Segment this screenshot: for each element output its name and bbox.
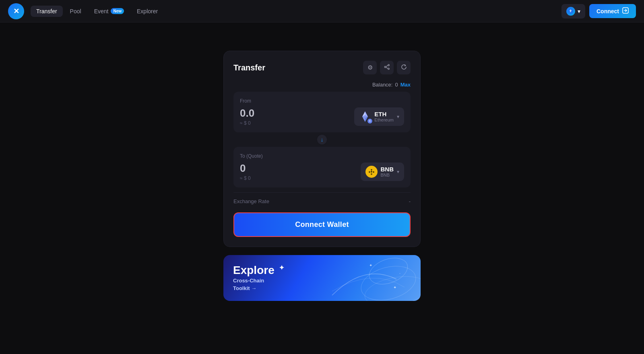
- card-title: Transfer: [233, 63, 265, 72]
- bnb-icon: [365, 166, 378, 178]
- to-row: 0 ≈ $ 0 BNB: [240, 162, 404, 181]
- to-token-selector[interactable]: BNB BNB ▾: [361, 163, 405, 181]
- to-amount-col: 0 ≈ $ 0: [240, 162, 251, 181]
- eth-chain-badge: E: [367, 118, 373, 124]
- nav-item-transfer[interactable]: Transfer: [31, 6, 63, 17]
- to-token-name: BNB: [381, 166, 394, 173]
- to-panel: To (Quote) 0 ≈ $ 0: [233, 147, 411, 187]
- nav-item-event[interactable]: Event New: [89, 6, 130, 17]
- to-chevron: ▾: [397, 169, 399, 175]
- svg-point-4: [388, 68, 389, 70]
- navbar: ✕ Transfer Pool Event New Explorer: [0, 0, 644, 23]
- exchange-rate-row: Exchange Rate -: [233, 192, 411, 208]
- card-actions: ⚙: [363, 61, 411, 74]
- refresh-icon: [401, 64, 407, 71]
- connect-wallet-button[interactable]: Connect Wallet: [233, 212, 411, 237]
- explore-text: Explore ✦ Cross-Chain Toolkit →: [233, 265, 284, 291]
- from-usd: ≈ $ 0: [240, 120, 254, 126]
- nav-item-pool[interactable]: Pool: [64, 6, 87, 17]
- to-amount: 0: [240, 162, 251, 175]
- nav-right: ▾ Connect: [561, 4, 636, 19]
- network-icon: [566, 7, 575, 16]
- svg-point-2: [388, 64, 389, 66]
- transfer-card: Transfer ⚙: [223, 51, 421, 247]
- main-content: Transfer ⚙: [0, 23, 644, 301]
- swap-arrow-icon: ↓: [321, 136, 324, 143]
- to-token-info: BNB BNB: [381, 166, 394, 177]
- from-label: From: [240, 98, 404, 104]
- exchange-rate-value: -: [409, 198, 411, 204]
- explore-stars: ✦: [279, 264, 284, 271]
- connect-button[interactable]: Connect: [589, 4, 636, 18]
- svg-line-6: [386, 67, 388, 68]
- to-token-chain: BNB: [381, 173, 394, 177]
- svg-line-5: [386, 66, 388, 67]
- from-row: 0.0 ≈ $ 0 E: [240, 107, 404, 126]
- balance-row: Balance: 0 Max: [233, 82, 411, 88]
- to-label: To (Quote): [240, 153, 404, 159]
- app-logo[interactable]: ✕: [8, 3, 24, 19]
- max-button[interactable]: Max: [400, 82, 411, 88]
- explore-banner[interactable]: Explore ✦ Cross-Chain Toolkit → ✦ ✦ ·: [223, 255, 421, 301]
- to-usd: ≈ $ 0: [240, 175, 251, 181]
- exchange-rate-label: Exchange Rate: [233, 198, 269, 204]
- explore-subtitle2: Toolkit →: [233, 285, 284, 291]
- nav-item-explorer[interactable]: Explorer: [131, 6, 163, 17]
- nav-items: Transfer Pool Event New Explorer: [31, 6, 558, 17]
- from-chevron: ▾: [397, 114, 399, 119]
- from-amount: 0.0: [240, 107, 254, 119]
- event-badge: New: [111, 8, 124, 14]
- from-token-info: ETH Ethereum: [374, 111, 394, 122]
- nav-label-pool: Pool: [70, 8, 81, 14]
- settings-button[interactable]: ⚙: [363, 61, 377, 74]
- refresh-button[interactable]: [397, 61, 411, 74]
- network-selector[interactable]: ▾: [561, 4, 585, 19]
- balance-value: 0: [395, 82, 398, 88]
- swap-arrow-button[interactable]: ↓: [316, 134, 328, 145]
- nav-label-explorer: Explorer: [137, 8, 158, 14]
- explore-decoration: ✦ ✦ ·: [308, 255, 421, 301]
- settings-icon: ⚙: [367, 64, 373, 71]
- from-token-chain: Ethereum: [374, 117, 394, 122]
- share-button[interactable]: [380, 61, 394, 74]
- card-header: Transfer ⚙: [233, 61, 411, 74]
- nav-label-transfer: Transfer: [36, 8, 57, 14]
- deco-svg: [308, 255, 421, 301]
- explore-title: Explore ✦: [233, 265, 284, 276]
- from-panel: From 0.0 ≈ $ 0: [233, 92, 411, 132]
- eth-icon-wrap: E: [359, 111, 371, 123]
- connect-label: Connect: [597, 8, 619, 14]
- from-token-selector[interactable]: E ETH Ethereum ▾: [354, 107, 404, 126]
- network-chevron: ▾: [578, 8, 580, 14]
- from-amount-col: 0.0 ≈ $ 0: [240, 107, 254, 126]
- explore-subtitle: Cross-Chain: [233, 278, 284, 284]
- swap-arrow-row: ↓: [233, 134, 411, 145]
- share-icon: [384, 64, 390, 71]
- from-token-name: ETH: [374, 111, 394, 117]
- nav-label-event: Event: [94, 8, 109, 14]
- balance-label: Balance:: [372, 82, 393, 88]
- connect-icon: [622, 7, 629, 15]
- svg-point-3: [384, 66, 386, 68]
